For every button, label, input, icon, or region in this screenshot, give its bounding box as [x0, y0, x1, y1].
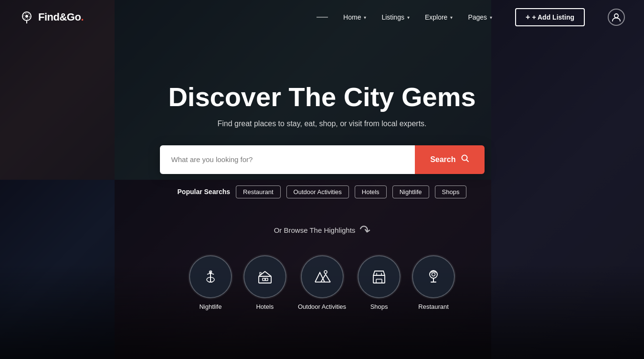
category-shops-label: Shops [370, 303, 388, 310]
svg-rect-14 [373, 275, 385, 283]
outdoor-icon [301, 255, 344, 298]
category-nightlife[interactable]: Nightlife [189, 255, 232, 310]
svg-line-5 [466, 160, 468, 162]
category-outdoor-label: Outdoor Activities [298, 303, 346, 310]
browse-section: Or Browse The Highlights ↷ Nightlife [0, 222, 644, 310]
add-listing-button[interactable]: + + Add Listing [515, 8, 585, 26]
hotels-icon [243, 255, 286, 298]
svg-rect-16 [376, 279, 382, 283]
nav-pages[interactable]: Pages ▾ [468, 13, 492, 21]
svg-point-17 [430, 271, 437, 278]
category-restaurant[interactable]: Restaurant [412, 255, 455, 310]
plus-icon: + [526, 13, 530, 22]
nav-home[interactable]: Home ▾ [343, 13, 366, 21]
chevron-down-icon: ▾ [407, 15, 410, 20]
svg-point-3 [614, 14, 618, 18]
search-icon [461, 154, 469, 165]
popular-tag-outdoor[interactable]: Outdoor Activities [286, 185, 349, 198]
user-account-button[interactable] [608, 9, 625, 26]
search-bar: Search [160, 145, 485, 174]
hero-title: Discover The City Gems [168, 82, 475, 112]
popular-searches: Popular Searchs Restaurant Outdoor Activ… [178, 185, 467, 198]
browse-highlights-text: Or Browse The Highlights ↷ [274, 222, 370, 238]
navbar: Find&Go. Home ▾ Listings ▾ Explore ▾ Pag… [0, 0, 644, 34]
svg-rect-10 [265, 278, 268, 281]
svg-point-12 [324, 271, 327, 273]
popular-tag-nightlife[interactable]: Nightlife [392, 185, 429, 198]
nav-listings[interactable]: Listings ▾ [381, 13, 409, 21]
logo[interactable]: Find&Go. [19, 10, 84, 25]
brand-name: Find&Go. [38, 11, 84, 23]
restaurant-icon [412, 255, 455, 298]
svg-point-1 [25, 15, 28, 18]
svg-rect-11 [260, 272, 261, 274]
categories-row: Nightlife Hotels [189, 255, 455, 310]
category-shops[interactable]: Shops [358, 255, 401, 310]
category-outdoor[interactable]: Outdoor Activities [298, 255, 346, 310]
popular-tag-restaurant[interactable]: Restaurant [236, 185, 281, 198]
svg-point-7 [209, 271, 211, 273]
svg-rect-9 [263, 278, 265, 281]
popular-tag-hotels[interactable]: Hotels [355, 185, 387, 198]
shops-icon [358, 255, 401, 298]
nightlife-icon [189, 255, 232, 298]
svg-point-18 [432, 272, 435, 276]
category-hotels-label: Hotels [256, 303, 274, 310]
category-restaurant-label: Restaurant [418, 303, 449, 310]
search-button[interactable]: Search [415, 145, 484, 174]
svg-point-6 [207, 277, 214, 282]
nav-links: Home ▾ Listings ▾ Explore ▾ Pages ▾ + + … [317, 8, 625, 26]
popular-tag-shops[interactable]: Shops [435, 185, 467, 198]
category-hotels[interactable]: Hotels [243, 255, 286, 310]
svg-rect-8 [259, 276, 271, 283]
hero-subtitle: Find great places to stay, eat, shop, or… [217, 120, 426, 128]
nav-explore[interactable]: Explore ▾ [425, 13, 453, 21]
curved-arrow-icon: ↷ [358, 221, 371, 239]
category-nightlife-label: Nightlife [199, 303, 222, 310]
logo-icon [19, 10, 34, 25]
nav-divider [317, 17, 328, 18]
popular-searches-label: Popular Searchs [178, 188, 231, 196]
chevron-down-icon: ▾ [450, 15, 453, 20]
chevron-down-icon: ▾ [490, 15, 492, 20]
search-input[interactable] [160, 145, 415, 174]
hero-content: Discover The City Gems Find great places… [0, 34, 644, 218]
chevron-down-icon: ▾ [364, 15, 366, 20]
